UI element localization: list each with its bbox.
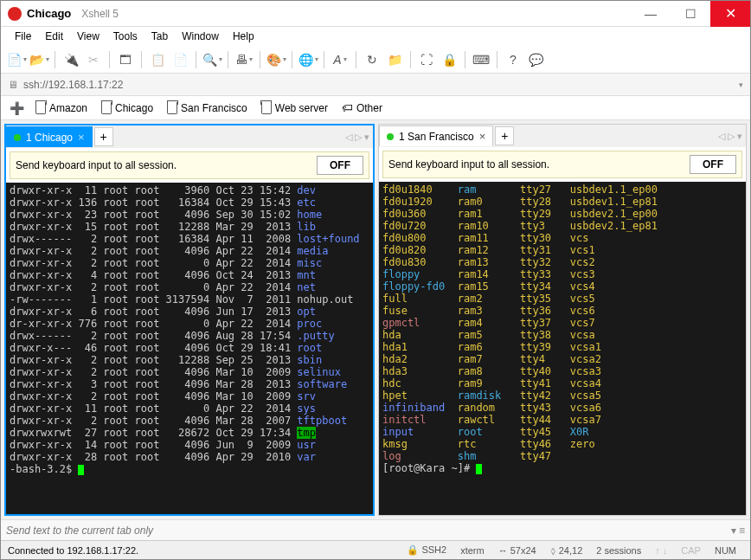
disconnect-button[interactable]: ✂: [83, 49, 104, 70]
lock-button[interactable]: 🔒: [439, 49, 459, 70]
encoding-button[interactable]: 🌐: [298, 49, 318, 70]
menu-file[interactable]: File: [8, 29, 38, 44]
bookmarks-bar: ➕ AmazonChicagoSan FranciscoWeb server🏷O…: [1, 96, 750, 120]
toolbar: 📄 📂 🔌 ✂ 🗔 📋 📄 🔍 🖶 🎨 🌐 A ↻ 📁 ⛶ 🔒 ⌨ ? 💬: [1, 46, 750, 74]
window-title: Chicago: [27, 7, 71, 20]
status-ssh: 🔒 SSH2: [407, 544, 446, 556]
status-term: xterm: [460, 545, 485, 556]
color-scheme-button[interactable]: 🎨: [266, 49, 286, 70]
new-session-button[interactable]: 📄: [6, 49, 27, 70]
status-sessions: 2 sessions: [596, 545, 641, 556]
send-options-icon[interactable]: ▾ ≡: [731, 525, 745, 537]
new-tab-button[interactable]: +: [495, 126, 514, 145]
pane-chicago: 1 Chicago × + ◁ ▷ ▾ Send keyboard input …: [4, 124, 375, 516]
status-arrows: ↑ ↓: [655, 545, 667, 556]
chat-button[interactable]: 💬: [525, 49, 546, 70]
bookmark-chicago[interactable]: Chicago: [96, 100, 158, 116]
status-cap: CAP: [681, 545, 701, 556]
tab-close-icon[interactable]: ×: [78, 131, 85, 144]
tab-sanfrancisco[interactable]: 1 San Francisco ×: [379, 126, 493, 146]
send-text-input[interactable]: [6, 525, 731, 537]
bookmark-icon: [167, 102, 177, 114]
new-tab-button[interactable]: +: [94, 127, 113, 146]
find-button[interactable]: 🔍: [202, 49, 222, 70]
send-text-bar: ▾ ≡: [1, 519, 750, 540]
maximize-button[interactable]: ☐: [671, 1, 710, 27]
connection-status: Connected to 192.168.1.17:22.: [8, 545, 138, 556]
keymap-button[interactable]: ⌨: [471, 49, 491, 70]
status-num: NUM: [715, 545, 736, 556]
terminal-chicago[interactable]: drwxr-xr-x 11 root root 3960 Oct 23 15:4…: [6, 183, 373, 514]
reconnect-button[interactable]: 🔌: [61, 49, 81, 70]
xftp-button[interactable]: 📁: [384, 49, 405, 70]
menu-edit[interactable]: Edit: [38, 29, 70, 44]
bookmark-amazon[interactable]: Amazon: [30, 100, 93, 116]
protocol-icon: 🖥: [8, 79, 18, 91]
close-button[interactable]: ✕: [710, 1, 750, 27]
open-button[interactable]: 📂: [29, 49, 49, 70]
bookmark-icon: [35, 102, 46, 114]
broadcast-bar-right: Send keyboard input to all session. OFF: [382, 151, 742, 178]
minimize-button[interactable]: —: [631, 1, 671, 27]
tab-strip-right: 1 San Francisco × + ◁ ▷ ▾: [379, 125, 746, 147]
properties-button[interactable]: 🗔: [115, 49, 136, 70]
address-bar: 🖥 ▾: [1, 74, 750, 96]
menu-view[interactable]: View: [70, 29, 106, 44]
address-dropdown-icon[interactable]: ▾: [739, 80, 743, 89]
broadcast-bar-left: Send keyboard input to all session. OFF: [10, 151, 369, 179]
status-bar: Connected to 192.168.1.17:22. 🔒 SSH2 xte…: [1, 540, 750, 559]
print-button[interactable]: 🖶: [234, 49, 254, 70]
app-logo-icon: [8, 7, 22, 21]
bookmark-other[interactable]: 🏷Other: [337, 100, 388, 116]
bookmark-icon: [261, 102, 272, 114]
tab-close-icon[interactable]: ×: [479, 130, 486, 143]
paste-button[interactable]: 📄: [170, 49, 190, 70]
copy-button[interactable]: 📋: [147, 49, 168, 70]
pane-sanfrancisco: 1 San Francisco × + ◁ ▷ ▾ Send keyboard …: [378, 124, 747, 516]
address-input[interactable]: [23, 79, 734, 91]
connection-status-icon: [14, 134, 21, 141]
title-bar: Chicago Xshell 5 — ☐ ✕: [1, 1, 750, 27]
connection-status-icon: [387, 133, 394, 140]
bookmark-icon: [101, 102, 112, 114]
menu-tab[interactable]: Tab: [144, 29, 175, 44]
work-area: 1 Chicago × + ◁ ▷ ▾ Send keyboard input …: [1, 120, 750, 519]
bookmark-san-francisco[interactable]: San Francisco: [162, 100, 253, 116]
terminal-sanfrancisco[interactable]: fd0u1840 ram tty27 usbdev1.1_ep00 fd0u19…: [379, 182, 746, 515]
app-name: Xshell 5: [81, 8, 119, 20]
tab-chicago[interactable]: 1 Chicago ×: [6, 126, 93, 147]
tab-strip-left: 1 Chicago × + ◁ ▷ ▾: [6, 126, 373, 148]
font-button[interactable]: A: [330, 49, 350, 70]
add-bookmark-button[interactable]: ➕: [6, 98, 27, 119]
bookmark-web-server[interactable]: Web server: [256, 100, 333, 116]
tab-nav-arrows[interactable]: ◁ ▷ ▾: [345, 132, 369, 143]
status-cursor: ⎀ 24,12: [550, 545, 583, 556]
broadcast-message: Send keyboard input to all session.: [16, 159, 177, 171]
menu-bar: FileEditViewToolsTabWindowHelp: [1, 27, 750, 46]
fullscreen-button[interactable]: ⛶: [416, 49, 437, 70]
menu-window[interactable]: Window: [175, 29, 226, 44]
help-button[interactable]: ?: [503, 49, 523, 70]
broadcast-message: Send keyboard input to all session.: [388, 158, 549, 171]
broadcast-toggle-button[interactable]: OFF: [317, 156, 363, 175]
broadcast-toggle-button[interactable]: OFF: [690, 155, 736, 174]
menu-tools[interactable]: Tools: [106, 29, 144, 44]
menu-help[interactable]: Help: [226, 29, 261, 44]
status-size: ↔ 57x24: [498, 545, 536, 556]
tab-nav-arrows[interactable]: ◁ ▷ ▾: [718, 131, 742, 142]
xagent-button[interactable]: ↻: [362, 49, 382, 70]
